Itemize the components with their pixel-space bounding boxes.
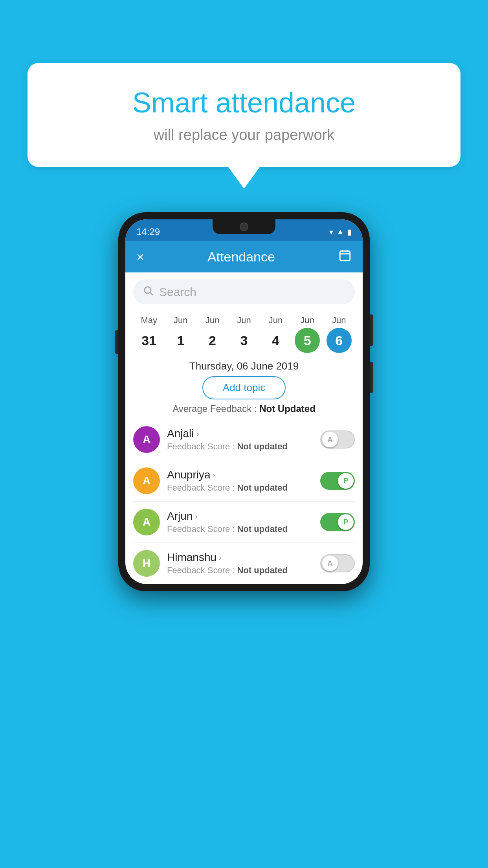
- phone-frame: 14:29 ▾ ▲ ▮ × Attendance: [118, 212, 370, 591]
- calendar-day[interactable]: Jun1: [168, 315, 193, 353]
- power-button: [370, 314, 373, 346]
- phone-notch: [213, 219, 275, 234]
- speech-bubble-tail: [228, 167, 260, 189]
- wifi-icon: ▾: [329, 227, 333, 237]
- student-feedback: Feedback Score : Not updated: [167, 565, 313, 576]
- chevron-icon: ›: [196, 429, 199, 438]
- attendance-toggle[interactable]: P: [320, 472, 355, 490]
- add-topic-button[interactable]: Add topic: [202, 376, 286, 399]
- toggle-wrapper: P: [320, 472, 355, 490]
- student-info: Himanshu ›Feedback Score : Not updated: [167, 551, 313, 576]
- toggle-knob: A: [322, 432, 338, 447]
- student-name: Arjun ›: [167, 510, 313, 522]
- speech-bubble-container: Smart attendance will replace your paper…: [28, 63, 460, 189]
- speech-bubble-subtitle: will replace your paperwork: [59, 127, 429, 143]
- speech-bubble-title: Smart attendance: [59, 86, 429, 119]
- toggle-knob: P: [338, 473, 354, 489]
- avg-feedback-label: Average Feedback :: [172, 403, 257, 414]
- search-placeholder: Search: [159, 285, 196, 299]
- attendance-toggle[interactable]: A: [320, 430, 355, 449]
- search-icon: [143, 285, 154, 299]
- status-time: 14:29: [136, 226, 160, 237]
- calendar-day[interactable]: Jun2: [200, 315, 225, 353]
- student-name: Anupriya ›: [167, 469, 313, 481]
- calendar-day[interactable]: Jun6: [327, 315, 352, 353]
- student-feedback: Feedback Score : Not updated: [167, 441, 313, 452]
- chevron-icon: ›: [219, 553, 222, 562]
- cal-date-number: 2: [200, 328, 225, 353]
- student-avatar: A: [133, 426, 160, 453]
- toggle-wrapper: A: [320, 554, 355, 572]
- cal-month-label: May: [141, 315, 158, 326]
- volume-button: [115, 330, 118, 354]
- cal-date-number: 6: [327, 328, 352, 353]
- calendar-day[interactable]: Jun5: [295, 315, 320, 353]
- student-avatar: A: [133, 509, 160, 535]
- phone-wrapper: 14:29 ▾ ▲ ▮ × Attendance: [118, 212, 370, 591]
- cal-date-number: 31: [136, 328, 161, 353]
- calendar-day[interactable]: May31: [136, 315, 161, 353]
- student-info: Arjun ›Feedback Score : Not updated: [167, 510, 313, 534]
- calendar-strip: May31Jun1Jun2Jun3Jun4Jun5Jun6: [125, 311, 363, 357]
- search-bar[interactable]: Search: [133, 280, 355, 304]
- cal-date-number: 4: [263, 328, 288, 353]
- status-icons: ▾ ▲ ▮: [329, 227, 352, 237]
- avg-feedback: Average Feedback : Not Updated: [125, 403, 363, 414]
- student-feedback: Feedback Score : Not updated: [167, 483, 313, 493]
- cal-month-label: Jun: [237, 315, 251, 326]
- calendar-day[interactable]: Jun4: [263, 315, 288, 353]
- svg-point-4: [145, 287, 151, 293]
- close-button[interactable]: ×: [136, 249, 144, 265]
- svg-rect-0: [340, 251, 350, 260]
- svg-line-5: [150, 292, 152, 295]
- student-item[interactable]: HHimanshu ›Feedback Score : Not updatedA: [133, 543, 355, 584]
- student-feedback: Feedback Score : Not updated: [167, 524, 313, 534]
- cal-date-number: 5: [295, 328, 320, 353]
- toggle-wrapper: A: [320, 430, 355, 449]
- student-item[interactable]: AArjun ›Feedback Score : Not updatedP: [133, 502, 355, 543]
- cal-month-label: Jun: [300, 315, 314, 326]
- toggle-wrapper: P: [320, 513, 355, 531]
- selected-date: Thursday, 06 June 2019: [125, 360, 363, 372]
- volume-down-button: [370, 362, 373, 393]
- cal-month-label: Jun: [205, 315, 219, 326]
- cal-month-label: Jun: [174, 315, 187, 326]
- cal-month-label: Jun: [269, 315, 283, 326]
- student-item[interactable]: AAnupriya ›Feedback Score : Not updatedP: [133, 460, 355, 502]
- chevron-icon: ›: [213, 471, 216, 480]
- student-item[interactable]: AAnjali ›Feedback Score : Not updatedA: [133, 419, 355, 460]
- cal-date-number: 1: [168, 328, 193, 353]
- toggle-knob: P: [338, 514, 354, 530]
- student-list: AAnjali ›Feedback Score : Not updatedAAA…: [125, 419, 363, 584]
- avg-feedback-value: Not Updated: [259, 403, 316, 414]
- student-avatar: H: [133, 550, 160, 577]
- signal-icon: ▲: [336, 227, 344, 236]
- calendar-day[interactable]: Jun3: [231, 315, 257, 353]
- cal-month-label: Jun: [332, 315, 346, 326]
- attendance-toggle[interactable]: P: [320, 513, 355, 531]
- toggle-knob: A: [322, 555, 338, 571]
- app-bar-title: Attendance: [207, 249, 275, 265]
- student-info: Anupriya ›Feedback Score : Not updated: [167, 469, 313, 493]
- battery-icon: ▮: [347, 227, 352, 237]
- speech-bubble: Smart attendance will replace your paper…: [28, 63, 460, 167]
- phone-screen: 14:29 ▾ ▲ ▮ × Attendance: [125, 219, 363, 584]
- cal-date-number: 3: [231, 328, 257, 353]
- app-bar: × Attendance: [125, 241, 363, 272]
- chevron-icon: ›: [195, 512, 198, 521]
- student-avatar: A: [133, 467, 160, 494]
- front-camera: [240, 223, 248, 231]
- attendance-toggle[interactable]: A: [320, 554, 355, 572]
- calendar-icon[interactable]: [338, 249, 352, 265]
- student-info: Anjali ›Feedback Score : Not updated: [167, 427, 313, 452]
- student-name: Himanshu ›: [167, 551, 313, 564]
- student-name: Anjali ›: [167, 427, 313, 440]
